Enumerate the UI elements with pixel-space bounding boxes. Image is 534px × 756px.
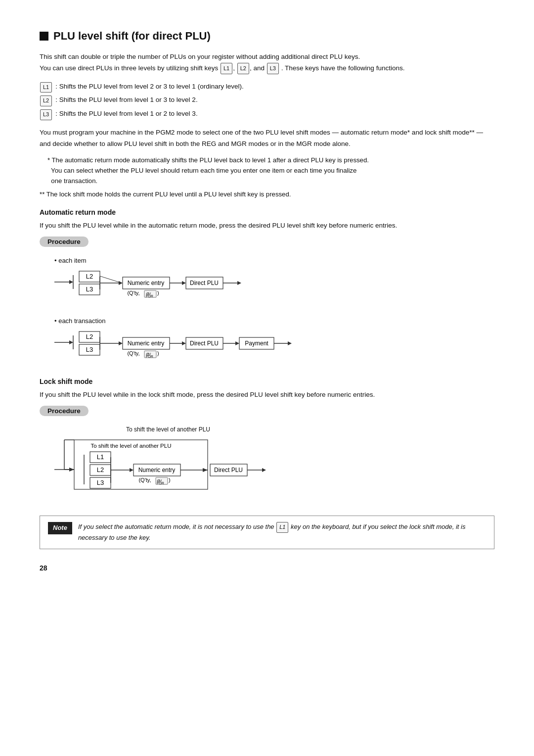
page-number: 28	[40, 564, 494, 572]
svg-marker-64	[130, 468, 134, 472]
svg-marker-1	[69, 280, 73, 284]
diagram-lock-shift: To shift the level of another PLU To shi…	[54, 426, 494, 501]
footnote-1: * The automatic return mode automaticall…	[40, 155, 494, 186]
body-paragraph-1: You must program your machine in the PGM…	[40, 127, 494, 150]
key-l2-inline: L2	[237, 63, 249, 74]
each-item-label: • each item	[54, 257, 494, 264]
key-l1-inline: L1	[221, 63, 232, 74]
key-list-item-l1: L1 : Shifts the PLU level from level 2 o…	[40, 81, 494, 93]
subheading-lock: Lock shift mode	[40, 378, 494, 385]
svg-text:Payment: Payment	[245, 340, 268, 347]
each-transaction-svg: L2 L3 Numeric entry (Q'ty, @/ FOR )	[54, 328, 494, 369]
svg-text:): )	[157, 290, 159, 296]
section-automatic-return: Automatic return mode If you shift the P…	[40, 208, 494, 369]
page-title: PLU level shift (for direct PLU)	[40, 30, 494, 43]
intro-line2: You can use direct PLUs in three levels …	[40, 64, 218, 72]
key-l3-desc: : Shifts the PLU level from level 1 or 2…	[55, 108, 197, 119]
svg-text:L3: L3	[97, 479, 104, 486]
svg-text:FOR: FOR	[146, 355, 153, 358]
svg-text:(Q'ty,: (Q'ty,	[138, 477, 151, 483]
svg-text:): )	[157, 350, 159, 356]
procedure-label-2: Procedure	[40, 406, 89, 416]
svg-text:L2: L2	[97, 466, 104, 473]
svg-text:Numeric entry: Numeric entry	[138, 467, 176, 473]
svg-line-7	[100, 276, 119, 282]
key-list: L1 : Shifts the PLU level from level 2 o…	[40, 81, 494, 120]
svg-marker-33	[119, 341, 123, 345]
intro-line2-end: . These keys have the following function…	[281, 64, 405, 72]
svg-text:L1: L1	[97, 453, 104, 461]
svg-marker-73	[203, 468, 208, 472]
procedure-badge-2: Procedure	[40, 406, 494, 421]
svg-marker-50	[288, 341, 292, 345]
intro-line1: This shift can double or triple the numb…	[40, 53, 360, 60]
key-list-item-l2: L2 : Shifts the PLU level from level 1 o…	[40, 94, 494, 106]
auto-desc: If you shift the PLU level while in the …	[40, 220, 494, 232]
svg-marker-42	[182, 341, 186, 345]
svg-text:Direct PLU: Direct PLU	[190, 340, 219, 347]
intro-paragraph: This shift can double or triple the numb…	[40, 51, 494, 74]
svg-text:Direct PLU: Direct PLU	[214, 467, 243, 473]
svg-marker-46	[235, 341, 239, 345]
svg-marker-10	[119, 281, 123, 285]
svg-marker-23	[237, 281, 241, 285]
procedure-label-1: Procedure	[40, 236, 89, 247]
title-icon	[40, 32, 48, 41]
title-text: PLU level shift (for direct PLU)	[53, 30, 211, 43]
each-item-svg: L2 L3 Numeric entry (Q'ty, @/ FOR )	[54, 267, 494, 308]
svg-marker-19	[182, 281, 186, 285]
procedure-badge-1: Procedure	[40, 236, 494, 252]
each-transaction-label: • each transaction	[54, 317, 494, 325]
note-box: Note If you select the automatic return …	[40, 516, 494, 549]
footnote-1-text: * The automatic return mode automaticall…	[47, 155, 494, 186]
key-l3-label: L3	[40, 109, 52, 120]
svg-marker-25	[69, 340, 73, 344]
key-l2-label: L2	[40, 95, 52, 106]
svg-text:To shift the level of another : To shift the level of another PLU	[90, 443, 171, 449]
diagram-each-item: • each item L2 L3	[54, 257, 494, 308]
each-transaction-diagram-svg: L2 L3 Numeric entry (Q'ty, @/ FOR )	[54, 328, 331, 367]
key-l3-inline: L3	[267, 63, 279, 74]
svg-text:FOR: FOR	[146, 294, 153, 298]
svg-text:L3: L3	[86, 285, 93, 293]
key-l1-label: L1	[40, 82, 52, 93]
key-l1-desc: : Shifts the PLU level from level 2 or 3…	[55, 81, 243, 92]
lock-shift-diagram-label: To shift the level of another PLU	[126, 426, 210, 433]
subheading-automatic: Automatic return mode	[40, 208, 494, 216]
diagram-each-transaction: • each transaction L2 L3 Nume	[54, 317, 494, 369]
svg-marker-77	[262, 468, 266, 472]
svg-text:Numeric entry: Numeric entry	[128, 340, 165, 347]
svg-text:L2: L2	[86, 273, 93, 280]
lock-shift-diagram-svg: To shift the level of another PLU L1 L2 …	[54, 435, 312, 499]
key-l1-note: L1	[276, 522, 288, 533]
footnote-2: ** The lock shift mode holds the current…	[40, 189, 494, 199]
svg-text:FOR: FOR	[157, 481, 164, 485]
section-lock-shift: Lock shift mode If you shift the PLU lev…	[40, 378, 494, 501]
svg-text:L3: L3	[86, 346, 93, 353]
svg-text:(Q'ty,: (Q'ty,	[127, 290, 139, 296]
lock-shift-svg: To shift the level of another PLU L1 L2 …	[54, 435, 494, 501]
svg-text:(Q'ty,: (Q'ty,	[127, 350, 139, 356]
note-label: Note	[48, 522, 72, 534]
svg-text:Direct PLU: Direct PLU	[190, 280, 219, 286]
key-l2-desc: : Shifts the PLU level from level 1 or 3…	[55, 94, 197, 105]
lock-desc: If you shift the PLU level while in the …	[40, 389, 494, 401]
key-list-item-l3: L3 : Shifts the PLU level from level 1 o…	[40, 108, 494, 120]
svg-text:L2: L2	[86, 333, 93, 340]
note-text: If you select the automatic return mode,…	[78, 522, 486, 543]
each-item-diagram-svg: L2 L3 Numeric entry (Q'ty, @/ FOR )	[54, 267, 292, 307]
svg-text:Numeric entry: Numeric entry	[128, 280, 165, 286]
svg-text:): )	[169, 477, 171, 483]
